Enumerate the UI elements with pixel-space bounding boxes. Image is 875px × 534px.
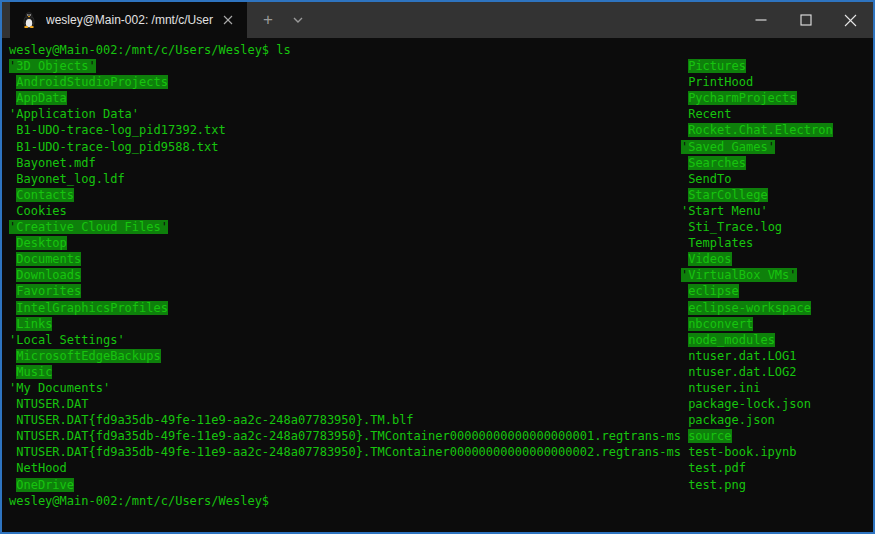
- terminal-line: '3D Objects' Pictures: [9, 58, 873, 74]
- file-entry: Cookies: [16, 204, 67, 218]
- file-entry: Start Menu: [688, 204, 760, 218]
- terminal-line: Cookies 'Start Menu': [9, 203, 873, 219]
- directory-entry: source: [688, 429, 731, 443]
- minimize-button[interactable]: [738, 2, 783, 38]
- file-entry: NTUSER.DAT: [16, 397, 88, 411]
- directory-entry: Videos: [688, 252, 731, 266]
- directory-entry: MicrosoftEdgeBackups: [16, 349, 161, 363]
- tab-title: wesley@Main-002: /mnt/c/User: [46, 13, 217, 27]
- terminal-line: Downloads 'VirtualBox VMs': [9, 267, 873, 283]
- terminal-line: AndroidStudioProjects PrintHood: [9, 74, 873, 90]
- terminal-line: Music ntuser.dat.LOG2: [9, 364, 873, 380]
- terminal-line: Desktop Templates: [9, 235, 873, 251]
- new-tab-button[interactable]: +: [253, 2, 283, 38]
- directory-entry: VirtualBox VMs: [688, 268, 789, 282]
- file-entry: Local Settings: [16, 333, 117, 347]
- file-entry: NTUSER.DAT{fd9a35db-49fe-11e9-aa2c-248a0…: [16, 429, 681, 443]
- titlebar[interactable]: wesley@Main-002: /mnt/c/User +: [2, 2, 873, 38]
- directory-entry: Downloads: [16, 268, 81, 282]
- file-entry: Application Data: [16, 107, 132, 121]
- quote-mark: ': [768, 140, 775, 154]
- terminal-line: 'Local Settings' node_modules: [9, 332, 873, 348]
- file-entry: Templates: [688, 236, 753, 250]
- directory-entry: eclipse: [688, 284, 739, 298]
- directory-entry: OneDrive: [16, 478, 74, 492]
- quote-mark: ': [789, 268, 796, 282]
- prompt-line: wesley@Main-002:/mnt/c/Users/Wesley$ ls: [9, 42, 873, 58]
- directory-entry: Documents: [16, 252, 81, 266]
- terminal-line: NTUSER.DAT{fd9a35db-49fe-11e9-aa2c-248a0…: [9, 428, 873, 444]
- directory-entry: PycharmProjects: [688, 91, 796, 105]
- terminal-line: Favorites eclipse: [9, 283, 873, 299]
- tab-close-icon[interactable]: [217, 9, 239, 31]
- directory-entry: StarCollege: [688, 188, 767, 202]
- file-entry: Sti_Trace.log: [688, 220, 782, 234]
- terminal-line: Bayonet_log.ldf SendTo: [9, 171, 873, 187]
- terminal-line: MicrosoftEdgeBackups ntuser.dat.LOG1: [9, 348, 873, 364]
- directory-entry: node_modules: [688, 333, 775, 347]
- quote-mark: ': [161, 220, 168, 234]
- file-entry: test.pdf: [688, 461, 746, 475]
- quote-mark: ': [103, 381, 110, 395]
- directory-entry: 3D Objects: [16, 59, 88, 73]
- file-entry: ntuser.dat.LOG1: [688, 349, 796, 363]
- terminal-line: Documents Videos: [9, 251, 873, 267]
- file-entry: PrintHood: [688, 75, 753, 89]
- file-entry: test.png: [688, 478, 746, 492]
- terminal-line: Bayonet.mdf Searches: [9, 155, 873, 171]
- file-entry: test-book.ipynb: [688, 445, 796, 459]
- terminal-line: B1-UDO-trace-log_pid9588.txt 'Saved Game…: [9, 139, 873, 155]
- shell-command: ls: [269, 43, 291, 57]
- chevron-down-icon: [292, 14, 304, 26]
- file-entry: NTUSER.DAT{fd9a35db-49fe-11e9-aa2c-248a0…: [16, 445, 681, 459]
- minimize-icon: [755, 14, 767, 26]
- terminal-tab[interactable]: wesley@Main-002: /mnt/c/User: [10, 2, 247, 38]
- prompt-line: wesley@Main-002:/mnt/c/Users/Wesley$: [9, 493, 873, 509]
- directory-entry: Music: [16, 365, 52, 379]
- terminal-content[interactable]: wesley@Main-002:/mnt/c/Users/Wesley$ ls'…: [2, 38, 873, 532]
- terminal-line: 'Application Data' Recent: [9, 106, 873, 122]
- titlebar-drag-area[interactable]: [313, 2, 738, 38]
- quote-mark: ': [760, 204, 767, 218]
- file-entry: ntuser.ini: [688, 381, 760, 395]
- file-entry: NTUSER.DAT{fd9a35db-49fe-11e9-aa2c-248a0…: [16, 413, 413, 427]
- tab-dropdown-button[interactable]: [283, 2, 313, 38]
- quote-mark: ': [132, 107, 139, 121]
- close-button[interactable]: [828, 2, 873, 38]
- maximize-button[interactable]: [783, 2, 828, 38]
- maximize-icon: [800, 14, 812, 26]
- terminal-line: NTUSER.DAT{fd9a35db-49fe-11e9-aa2c-248a0…: [9, 412, 873, 428]
- terminal-line: Links nbconvert: [9, 316, 873, 332]
- quote-mark: ': [88, 59, 95, 73]
- terminal-line: IntelGraphicsProfiles eclipse-workspace: [9, 300, 873, 316]
- directory-entry: Saved Games: [688, 140, 767, 154]
- file-entry: package-lock.json: [688, 397, 811, 411]
- directory-entry: IntelGraphicsProfiles: [16, 301, 168, 315]
- file-entry: B1-UDO-trace-log_pid17392.txt: [16, 123, 226, 137]
- directory-entry: Pictures: [688, 59, 746, 73]
- directory-entry: Contacts: [16, 188, 74, 202]
- terminal-line: NTUSER.DAT{fd9a35db-49fe-11e9-aa2c-248a0…: [9, 444, 873, 460]
- terminal-line: OneDrive test.png: [9, 477, 873, 493]
- directory-entry: Links: [16, 317, 52, 331]
- linux-tux-icon: [22, 12, 36, 28]
- directory-entry: Creative Cloud Files: [16, 220, 161, 234]
- directory-entry: Rocket.Chat.Electron: [688, 123, 833, 137]
- directory-entry: Favorites: [16, 284, 81, 298]
- terminal-line: NetHood test.pdf: [9, 460, 873, 476]
- terminal-line: Contacts StarCollege: [9, 187, 873, 203]
- file-entry: package.json: [688, 413, 775, 427]
- terminal-line: B1-UDO-trace-log_pid17392.txt Rocket.Cha…: [9, 122, 873, 138]
- directory-entry: AndroidStudioProjects: [16, 75, 168, 89]
- terminal-window: wesley@Main-002: /mnt/c/User +: [0, 0, 875, 534]
- directory-entry: Searches: [688, 156, 746, 170]
- file-entry: My Documents: [16, 381, 103, 395]
- shell-prompt: wesley@Main-002:/mnt/c/Users/Wesley$: [9, 43, 269, 57]
- file-entry: Recent: [688, 107, 731, 121]
- window-controls: [738, 2, 873, 38]
- directory-entry: eclipse-workspace: [688, 301, 811, 315]
- file-entry: NetHood: [16, 461, 67, 475]
- file-entry: ntuser.dat.LOG2: [688, 365, 796, 379]
- directory-entry: Desktop: [16, 236, 67, 250]
- file-entry: SendTo: [688, 172, 731, 186]
